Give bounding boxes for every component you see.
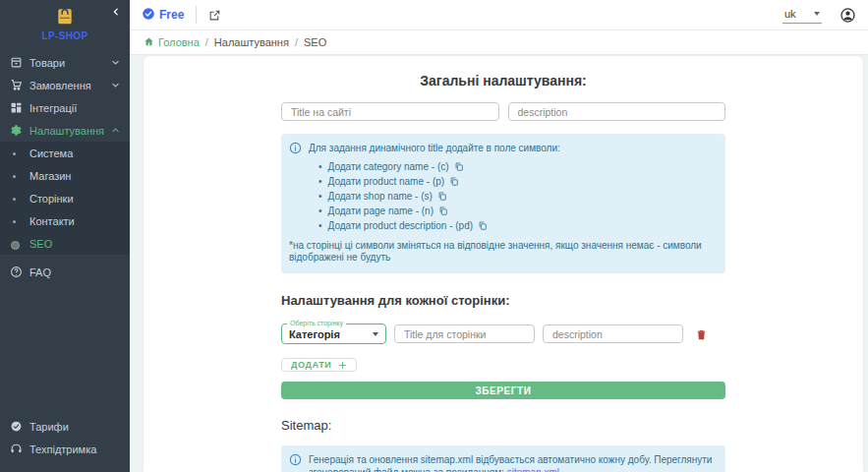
symbol-list-item: • Додати page name - (n) bbox=[318, 206, 716, 216]
subitem-label: Система bbox=[29, 148, 73, 159]
trash-icon[interactable] bbox=[695, 327, 708, 341]
symbol-text: Додати product name - (p) bbox=[328, 177, 445, 187]
subitem-label: Сторінки bbox=[29, 193, 74, 205]
symbol-list-item: • Додати shop name - (s) bbox=[318, 191, 716, 202]
symbols-note: *на сторінці ці символи зміняться на від… bbox=[289, 240, 716, 264]
save-button[interactable]: ЗБЕРЕГТИ bbox=[281, 382, 725, 399]
sitemap-link[interactable]: sitemap.xml bbox=[507, 467, 559, 472]
external-link-icon[interactable] bbox=[208, 9, 221, 22]
box-icon bbox=[9, 56, 23, 69]
sidebar-item-tariffs[interactable]: Тарифи bbox=[0, 415, 130, 438]
settings-submenu: Система Магазин Сторінки Контакти SEO bbox=[0, 142, 130, 255]
bullet: • bbox=[318, 221, 322, 231]
symbol-text: Додати category name - (c) bbox=[328, 162, 449, 172]
symbol-list: • Додати category name - (c) • Додати pr… bbox=[318, 161, 716, 231]
home-icon bbox=[144, 36, 154, 49]
symbol-text: Додати page name - (n) bbox=[328, 206, 434, 216]
topbar: Free uk bbox=[130, 0, 868, 30]
sidebar-item-integrations[interactable]: Інтеграції bbox=[0, 96, 130, 119]
language-select[interactable]: uk bbox=[782, 6, 822, 24]
topbar-right: uk bbox=[782, 6, 856, 24]
symbol-list-item: • Додати product description - (pd) bbox=[318, 220, 716, 231]
sidebar-item-label: Інтеграції bbox=[29, 102, 120, 114]
app-window: LP-SHOP Товари Замовлення Інтеграції bbox=[0, 0, 868, 472]
main-area: Free uk Головна / Налаштува bbox=[130, 0, 868, 472]
page-title-input[interactable] bbox=[394, 324, 535, 343]
sidebar-item-label: Товари bbox=[29, 57, 111, 69]
sidebar-item-label: FAQ bbox=[29, 266, 120, 278]
breadcrumb-settings[interactable]: Налаштування bbox=[214, 36, 289, 48]
symbol-list-item: • Додати category name - (c) bbox=[318, 161, 716, 172]
bullet: • bbox=[318, 206, 322, 216]
bullet: • bbox=[318, 177, 322, 187]
grid-icon bbox=[9, 101, 23, 114]
sidebar-subitem-contacts[interactable]: Контакти bbox=[0, 209, 130, 232]
plus-icon bbox=[338, 361, 347, 370]
add-page-button[interactable]: ДОДАТИ bbox=[281, 358, 357, 372]
sidebar-bottom-nav: Тарифи Техпідтримка bbox=[0, 415, 130, 472]
page-select-value: Категорія bbox=[289, 328, 340, 340]
symbol-list-item: • Додати product name - (p) bbox=[318, 176, 716, 187]
verified-icon bbox=[142, 7, 155, 24]
badge-check-icon bbox=[9, 420, 23, 433]
bullet: • bbox=[318, 192, 322, 202]
site-description-input[interactable] bbox=[508, 102, 726, 121]
site-title-input[interactable] bbox=[281, 102, 499, 121]
cart-icon bbox=[9, 79, 23, 91]
sidebar-item-support[interactable]: Техпідтримка bbox=[0, 438, 130, 460]
copy-icon[interactable] bbox=[478, 220, 488, 231]
sitemap-info-text: Генерація та оновлення sitemap.xml відбу… bbox=[309, 453, 716, 472]
subitem-label: SEO bbox=[29, 238, 52, 250]
info-icon bbox=[289, 453, 302, 466]
info-icon bbox=[289, 142, 302, 154]
sidebar-nav: Товари Замовлення Інтеграції Налаштуванн… bbox=[0, 51, 130, 283]
subitem-label: Магазин bbox=[29, 170, 71, 182]
sidebar-item-settings[interactable]: Налаштування bbox=[0, 119, 130, 142]
general-inputs-row bbox=[281, 102, 725, 121]
symbol-text: Додати shop name - (s) bbox=[328, 192, 433, 202]
topbar-divider bbox=[196, 6, 197, 24]
sidebar-subitem-seo[interactable]: SEO bbox=[0, 232, 130, 255]
sidebar-item-products[interactable]: Товари bbox=[0, 51, 130, 74]
sidebar-collapse-icon[interactable] bbox=[111, 7, 121, 17]
content-area: Загальні налаштування: Для задання динам… bbox=[130, 55, 868, 472]
per-page-row: Оберіть сторінку Категорія bbox=[281, 324, 725, 344]
dynamic-title-info-box: Для задання динамічного title додайте в … bbox=[281, 134, 725, 273]
account-icon[interactable] bbox=[839, 7, 856, 24]
breadcrumb-separator: / bbox=[205, 36, 208, 48]
add-button-label: ДОДАТИ bbox=[291, 360, 331, 370]
gear-icon bbox=[9, 124, 23, 137]
chevron-down-icon bbox=[111, 81, 120, 89]
plan-badge[interactable]: Free bbox=[142, 7, 184, 24]
page-select-label: Оберіть сторінку bbox=[287, 320, 346, 326]
copy-icon[interactable] bbox=[454, 161, 464, 172]
language-value: uk bbox=[784, 8, 796, 20]
caret-down-icon bbox=[373, 332, 378, 336]
copy-icon[interactable] bbox=[449, 176, 459, 187]
sitemap-heading: Sitemap: bbox=[281, 418, 725, 433]
page-description-input[interactable] bbox=[543, 324, 683, 343]
page-select[interactable]: Оберіть сторінку Категорія bbox=[281, 324, 386, 344]
sidebar: LP-SHOP Товари Замовлення Інтеграції bbox=[0, 0, 130, 472]
sidebar-subitem-system[interactable]: Система bbox=[0, 142, 130, 164]
subitem-label: Контакти bbox=[29, 215, 75, 227]
brand-name: LP-SHOP bbox=[41, 30, 87, 41]
caret-down-icon bbox=[814, 12, 820, 16]
shop-bag-icon bbox=[55, 6, 75, 30]
sidebar-item-label: Техпідтримка bbox=[29, 443, 120, 455]
breadcrumb-separator: / bbox=[295, 36, 298, 48]
sidebar-item-faq[interactable]: FAQ bbox=[0, 261, 130, 283]
sidebar-item-orders[interactable]: Замовлення bbox=[0, 74, 130, 96]
headset-icon bbox=[9, 442, 23, 455]
general-settings-heading: Загальні налаштування: bbox=[281, 73, 725, 88]
plan-label: Free bbox=[159, 8, 184, 22]
breadcrumb-home[interactable]: Головна bbox=[144, 36, 200, 49]
breadcrumb-home-label: Головна bbox=[158, 36, 200, 48]
sitemap-info-box: Генерація та оновлення sitemap.xml відбу… bbox=[281, 445, 725, 472]
sidebar-subitem-shop[interactable]: Магазин bbox=[0, 164, 130, 187]
bullet: • bbox=[318, 162, 322, 172]
copy-icon[interactable] bbox=[438, 206, 448, 216]
per-page-heading: Налаштування для кожної сторінки: bbox=[281, 293, 725, 308]
copy-icon[interactable] bbox=[437, 191, 447, 202]
sidebar-subitem-pages[interactable]: Сторінки bbox=[0, 187, 130, 209]
